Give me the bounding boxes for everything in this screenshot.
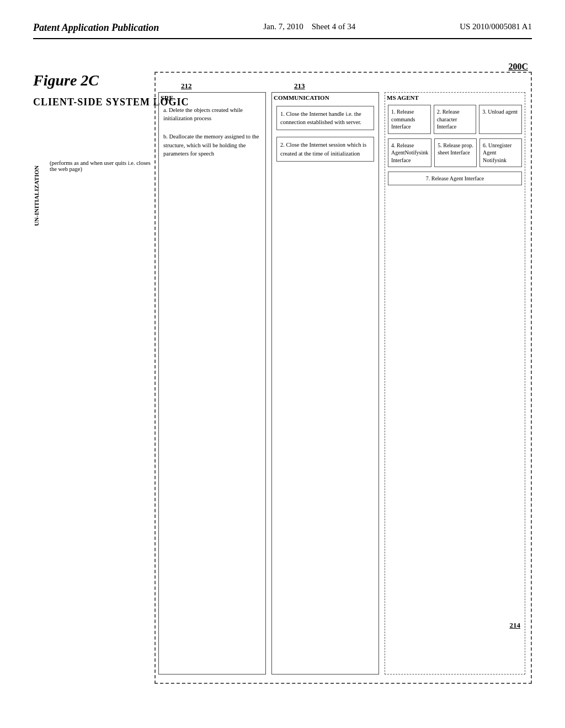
comm-content: 1. Close the Internet handle i.e. the co… <box>272 93 379 166</box>
sre-box: 212 SRE a. Delete the objects created wh… <box>158 92 266 675</box>
comm-box: 213 COMMUNICATION 1. Close the Internet … <box>271 92 379 675</box>
msagent-step7: 7. Release Agent Interface <box>388 172 522 185</box>
header-publication-label: Patent Application Publication <box>33 22 159 34</box>
header-patent-number: US 2010/0005081 A1 <box>460 22 532 31</box>
label-200c: 200C <box>508 62 528 72</box>
msagent-box: MS AGENT 214 1. Release commands Interfa… <box>385 92 525 675</box>
sre-number: 212 <box>181 82 192 90</box>
outer-dashed-box: 200C 212 SRE a. Delete the objects creat… <box>154 72 532 684</box>
sre-label: SRE <box>161 94 173 103</box>
uninit-subtitle: (performs as and when user quits i.e. cl… <box>50 160 152 172</box>
header-date: Jan. 7, 2010 <box>263 22 303 31</box>
msagent-step4: 4. Release AgentNotifysink Interface <box>388 138 431 168</box>
msagent-step6: 6. Unregister Agent Notifysink <box>479 138 522 168</box>
comm-step1: 1. Close the Internet handle i.e. the co… <box>276 106 374 130</box>
comm-number: 213 <box>294 82 305 90</box>
header-date-sheet: Jan. 7, 2010 Sheet 4 of 34 <box>263 22 355 31</box>
msagent-step2: 2. Release character Interface <box>434 105 477 134</box>
msagent-step3: 3. Unload agent <box>479 105 522 134</box>
page: Patent Application Publication Jan. 7, 2… <box>0 0 565 728</box>
sre-item-a: a. Delete the objects created while init… <box>163 106 261 122</box>
msagent-top-row: 1. Release commands Interface 2. Release… <box>388 105 522 134</box>
sre-content: a. Delete the objects created while init… <box>159 93 265 162</box>
comm-step2: 2. Close the Internet session which is c… <box>276 137 374 161</box>
header-sheet: Sheet 4 of 34 <box>312 22 356 31</box>
page-header: Patent Application Publication Jan. 7, 2… <box>33 22 532 39</box>
msagent-step1: 1. Release commands Interface <box>388 105 431 134</box>
msagent-label: MS AGENT <box>387 94 419 101</box>
uninit-label: UN-INITIALIZATION <box>33 165 40 226</box>
msagent-inner: 1. Release commands Interface 2. Release… <box>388 105 522 671</box>
comm-label: COMMUNICATION <box>274 94 329 101</box>
msagent-bottom-row: 4. Release AgentNotifysink Interface 5. … <box>388 138 522 168</box>
diagram-container: UN-INITIALIZATION (performs as and when … <box>33 66 532 695</box>
msagent-step5: 5. Release prop. sheet Interface <box>434 138 477 168</box>
sre-item-b: b. Deallocate the memory assigned to the… <box>163 132 261 158</box>
